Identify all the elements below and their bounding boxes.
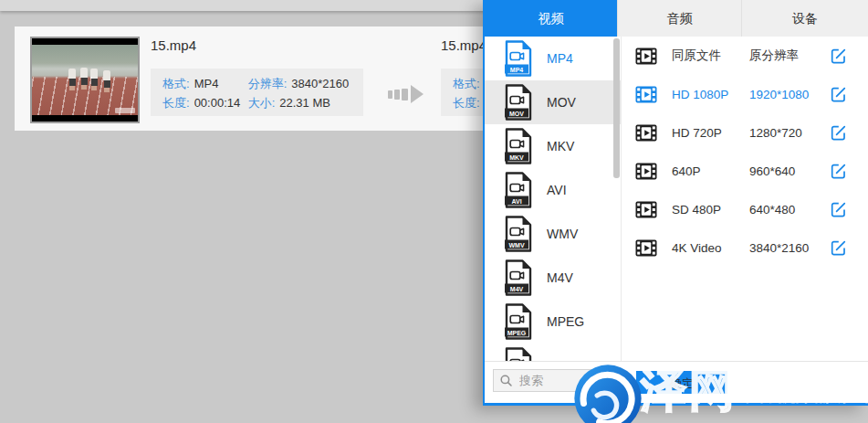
svg-text:M4V: M4V xyxy=(510,286,524,292)
thumbnail-watermark xyxy=(115,108,135,113)
convert-arrow-icon xyxy=(388,85,424,103)
output-format-popup: 视频 音频 设备 MP4 MP4 MOV MOV MKV MKV AVI xyxy=(483,0,868,406)
quality-list: 同原文件 原分辨率 HD 1080P 1920*1080 HD 720P 128… xyxy=(621,37,868,362)
svg-text:MKV: MKV xyxy=(509,154,524,161)
film-strip-icon xyxy=(635,201,657,218)
tab-audio[interactable]: 音频 xyxy=(617,0,741,37)
mpeg-format-icon: MPEG xyxy=(505,303,532,340)
edit-icon[interactable] xyxy=(830,163,847,180)
wmv-format-icon: WMV xyxy=(505,216,532,252)
target-file-name: 15.mp4 xyxy=(441,37,486,53)
format-option-mpeg[interactable]: MPEG MPEG xyxy=(485,300,621,344)
svg-text:AVI: AVI xyxy=(511,198,521,205)
avi-format-icon: AVI xyxy=(505,172,532,208)
quality-option-original[interactable]: 同原文件 原分辨率 xyxy=(622,37,868,75)
format-list-scrollbar[interactable] xyxy=(613,38,620,178)
film-strip-icon xyxy=(635,86,657,103)
svg-text:WMV: WMV xyxy=(508,242,524,249)
film-strip-icon xyxy=(635,239,657,257)
film-strip-icon xyxy=(635,124,657,142)
format-option-wmv[interactable]: WMV WMV xyxy=(485,212,621,256)
mkv-format-icon: MKV xyxy=(505,128,532,164)
tab-device[interactable]: 设备 xyxy=(741,0,868,37)
popup-footer: 确定 xyxy=(485,361,868,403)
mp4-format-icon: MP4 xyxy=(505,40,532,77)
format-icon xyxy=(505,347,532,362)
source-file-info: 格式:MP4 分辨率:3840*2160 长度:00:00:14 大小:22.3… xyxy=(151,69,363,116)
quality-option-sd480p[interactable]: SD 480P 640*480 xyxy=(622,190,868,228)
format-option-mov[interactable]: MOV MOV xyxy=(485,80,621,124)
format-option-partial[interactable] xyxy=(485,344,621,362)
confirm-button[interactable]: 确定 xyxy=(636,371,727,394)
edit-icon[interactable] xyxy=(830,239,847,257)
mov-format-icon: MOV xyxy=(505,84,532,121)
video-thumbnail xyxy=(30,37,140,123)
quality-option-hd720p[interactable]: HD 720P 1280*720 xyxy=(622,113,868,152)
format-list: MP4 MP4 MOV MOV MKV MKV AVI AVI WMV WM xyxy=(485,37,621,362)
format-option-m4v[interactable]: M4V M4V xyxy=(485,256,621,300)
edit-icon[interactable] xyxy=(830,201,847,218)
video-thumbnail-image xyxy=(32,45,138,115)
format-option-mp4[interactable]: MP4 MP4 xyxy=(485,37,621,80)
app-window: 15.mp4 格式:MP4 分辨率:3840*2160 长度:00:00:14 … xyxy=(0,0,868,423)
quality-option-640p[interactable]: 640P 960*640 xyxy=(622,152,868,190)
svg-text:MP4: MP4 xyxy=(510,67,524,73)
format-search-box[interactable] xyxy=(493,369,610,392)
svg-text:MOV: MOV xyxy=(509,111,524,117)
quality-option-4k[interactable]: 4K Video 3840*2160 xyxy=(622,228,868,267)
format-option-mkv[interactable]: MKV MKV xyxy=(485,124,621,168)
popup-tab-bar: 视频 音频 设备 xyxy=(485,0,868,37)
popup-body: MP4 MP4 MOV MOV MKV MKV AVI AVI WMV WM xyxy=(485,37,868,362)
quality-option-hd1080p[interactable]: HD 1080P 1920*1080 xyxy=(622,75,868,113)
film-strip-icon xyxy=(635,48,657,65)
film-strip-icon xyxy=(635,163,657,180)
m4v-format-icon: M4V xyxy=(505,259,532,296)
tab-video[interactable]: 视频 xyxy=(485,0,617,37)
edit-icon[interactable] xyxy=(830,86,847,103)
source-file-name: 15.mp4 xyxy=(151,37,196,53)
search-input[interactable] xyxy=(518,373,601,388)
format-option-avi[interactable]: AVI AVI xyxy=(485,168,621,212)
edit-icon[interactable] xyxy=(830,48,847,65)
edit-icon[interactable] xyxy=(830,124,847,142)
svg-text:MPEG: MPEG xyxy=(507,330,527,336)
search-icon xyxy=(500,375,512,386)
